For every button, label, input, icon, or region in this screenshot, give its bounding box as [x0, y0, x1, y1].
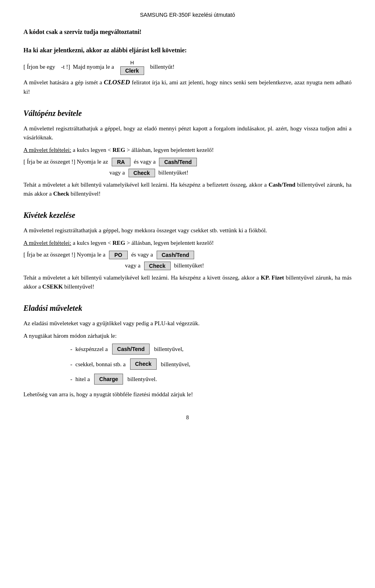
- section2-para1: A művelettel regisztráltathatjuk a géppe…: [23, 124, 352, 143]
- page-header: SAMSUNG ER-350F kezelési útmutató: [23, 12, 352, 18]
- section3-step-label: [ Írja be az összeget !] Nyomja le a: [23, 251, 105, 258]
- charge-button: Charge: [94, 374, 123, 385]
- check-button-s2: Check: [129, 169, 155, 177]
- dash-1: -: [70, 344, 72, 354]
- section1-result: A művelet hatására a gép ismét a CLOSED …: [23, 77, 352, 97]
- list-item-charge: - hitel a Charge billentyűvel.: [70, 374, 352, 385]
- section3-es-vagy-a: és vagy a: [131, 251, 153, 258]
- section2-billentyuket: billentyűket!: [159, 169, 189, 176]
- po-button: PO: [109, 251, 128, 259]
- section3-heading: Kivétek kezelése: [23, 209, 352, 221]
- section4-para1: Az eladási műveleteket vagy a gyűjtőkkel…: [23, 319, 352, 328]
- section2-es-vagy-a: és vagy a: [134, 159, 156, 165]
- cashtend-button-s2: Cash/Tend: [159, 158, 197, 166]
- clerk-box-wrapper: H Clerk: [116, 59, 148, 75]
- list-item-check: - csekkel, bonnai stb. a Check billentyű…: [70, 358, 352, 369]
- page-number: 8: [186, 415, 189, 421]
- list-item-cashtend: - készpénzzel a Cash/Tend billentyűvel,: [70, 344, 352, 355]
- section2-vagy-line: vagy a Check billentyűket!: [109, 169, 352, 177]
- list-item-3-prefix: hitel a: [75, 374, 90, 384]
- section2-result: Tehát a műveletet a két billentyű valame…: [23, 180, 352, 199]
- section3-para1: A művelettel regisztráltathatjuk a géppe…: [23, 226, 352, 235]
- section2-feltetelek: A művelet feltételei: a kulcs legyen < R…: [23, 146, 352, 155]
- h-label: H: [116, 60, 148, 66]
- ra-button: RA: [112, 158, 130, 166]
- list-item-1-prefix: készpénzzel a: [75, 344, 108, 354]
- section1-step1-text: [ Írjon be egy -t !] Majd nyomja le a: [23, 64, 114, 70]
- page-title: SAMSUNG ER-350F kezelési útmutató: [140, 12, 235, 18]
- cashtend-button-s3: Cash/Tend: [157, 251, 195, 259]
- check-button-s3: Check: [144, 262, 171, 270]
- list-item-2-suffix: billentyűvel,: [161, 360, 190, 369]
- warning-text: A kódot csak a szerviz tudja megváltozta…: [23, 27, 352, 37]
- section1-heading: Ha ki akar jelentkezni, akkor az alábbi …: [23, 46, 352, 55]
- section3-feltetelek-text: a kulcs legyen < REG > állásban, legyen …: [73, 240, 214, 246]
- section1-step1-line: [ Írjon be egy -t !] Majd nyomja le a H …: [23, 59, 352, 75]
- section3-feltetelek-label: A művelet feltételei:: [23, 240, 71, 246]
- section3-billentyuket: billentyűket!: [174, 262, 204, 269]
- section4-heading: Eladási műveletek: [23, 302, 352, 314]
- page-footer: 8: [23, 415, 352, 421]
- section4-closing: Lehetőség van arra is, hogy a nyugtát tö…: [23, 390, 352, 399]
- section3-feltetelek: A művelet feltételei: a kulcs legyen < R…: [23, 239, 352, 248]
- section4-para2: A nyugtákat három módon zárhatjuk le:: [23, 331, 352, 340]
- section3-vagy-a: vagy a: [125, 262, 141, 269]
- section3-step-line: [ Írja be az összeget !] Nyomja le a PO …: [23, 251, 352, 259]
- closed-word: CLOSED: [104, 78, 130, 86]
- section2-heading: Váltópénz bevitele: [23, 107, 352, 119]
- section2-feltetelek-label: A művelet feltételei:: [23, 147, 71, 153]
- dash-2: -: [70, 360, 72, 369]
- list-item-1-suffix: billentyűvel,: [154, 344, 183, 354]
- section2-feltetelek-text: a kulcs legyen < REG > állásban, legyen …: [73, 147, 214, 153]
- clerk-button: Clerk: [120, 66, 144, 75]
- cashtend-button-s4: Cash/Tend: [112, 344, 150, 355]
- check-button-s4: Check: [130, 358, 157, 369]
- section3-vagy-line: vagy a Check billentyűket!: [125, 262, 352, 270]
- section1-step1-end: billentyűt!: [150, 64, 175, 70]
- dash-3: -: [70, 374, 72, 384]
- section2-vagy-a: vagy a: [109, 169, 125, 176]
- section2-step-label: [ Írja be az összeget !] Nyomja le az: [23, 159, 108, 165]
- section2-step-line: [ Írja be az összeget !] Nyomja le az RA…: [23, 158, 352, 166]
- section3-result: Tehát a műveletet a két billentyű valame…: [23, 273, 352, 292]
- list-item-3-suffix: billentyűvel.: [127, 374, 157, 384]
- list-item-2-prefix: csekkel, bonnai stb. a: [75, 360, 126, 369]
